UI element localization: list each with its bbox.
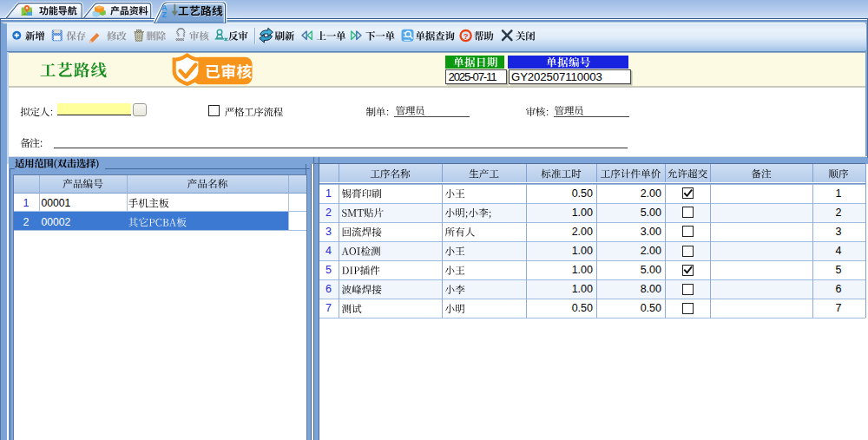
- svg-text:Z: Z: [162, 10, 168, 19]
- svg-text:?: ?: [464, 31, 469, 41]
